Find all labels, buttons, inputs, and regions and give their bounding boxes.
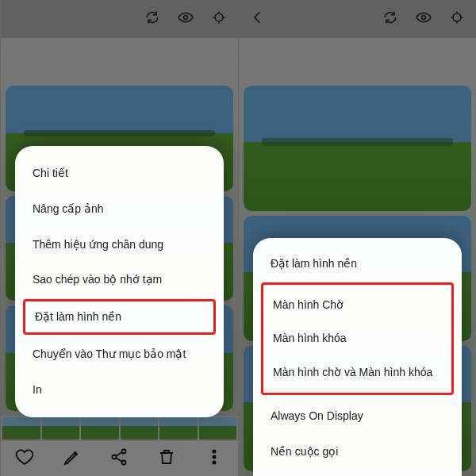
menu-item-print[interactable]: In: [15, 372, 224, 408]
wallpaper-sheet: Đặt làm hình nền Màn hình Chờ Màn hình k…: [253, 238, 462, 476]
favorite-icon[interactable]: [15, 447, 34, 470]
screen-right: Đặt làm hình nền Màn hình Chờ Màn hình k…: [238, 0, 476, 476]
svg-point-5: [213, 450, 215, 452]
svg-point-1: [215, 13, 223, 21]
menu-item-set-wallpaper[interactable]: Đặt làm hình nền: [23, 299, 216, 335]
option-home-screen[interactable]: Màn hình Chờ: [263, 288, 451, 322]
context-menu: Chi tiết Nâng cấp ảnh Thêm hiệu ứng chân…: [15, 146, 224, 417]
svg-point-8: [422, 16, 426, 20]
svg-point-0: [184, 16, 188, 20]
lens-icon[interactable]: [449, 10, 465, 29]
option-home-and-lock[interactable]: Màn hình chờ và Màn hình khóa: [263, 355, 451, 390]
delete-icon[interactable]: [157, 447, 176, 470]
edit-icon[interactable]: [63, 447, 82, 470]
refresh-icon[interactable]: [382, 10, 398, 29]
eye-icon[interactable]: [416, 10, 432, 29]
svg-point-9: [453, 13, 461, 21]
highlighted-options: Màn hình Chờ Màn hình khóa Màn hình chờ …: [261, 282, 454, 396]
more-icon[interactable]: [205, 447, 224, 470]
menu-item-enhance[interactable]: Nâng cấp ảnh: [15, 191, 224, 227]
back-icon[interactable]: [250, 10, 266, 29]
menu-item-details[interactable]: Chi tiết: [15, 155, 224, 191]
svg-point-7: [213, 461, 215, 463]
eye-icon[interactable]: [178, 10, 194, 29]
menu-item-move-secure[interactable]: Chuyển vào Thư mục bảo mật: [15, 336, 224, 372]
screen-left: Chi tiết Nâng cấp ảnh Thêm hiệu ứng chân…: [0, 0, 238, 476]
option-lock-screen[interactable]: Màn hình khóa: [263, 321, 451, 355]
bottom-bar: [1, 441, 238, 476]
refresh-icon[interactable]: [144, 10, 160, 29]
lens-icon[interactable]: [211, 10, 227, 29]
option-call-background[interactable]: Nền cuộc gọi: [253, 434, 462, 470]
menu-item-portrait-effect[interactable]: Thêm hiệu ứng chân dung: [15, 227, 224, 263]
top-bar: [1, 0, 238, 38]
top-bar: [239, 0, 476, 38]
sheet-title: Đặt làm hình nền: [253, 249, 462, 279]
share-icon[interactable]: [109, 447, 129, 470]
menu-item-copy-clipboard[interactable]: Sao chép vào bộ nhớ tạm: [15, 262, 224, 298]
svg-point-6: [213, 455, 215, 458]
thumbnail-strip[interactable]: [1, 416, 238, 441]
photo-card[interactable]: [244, 86, 471, 211]
option-always-on-display[interactable]: Always On Display: [253, 398, 462, 434]
